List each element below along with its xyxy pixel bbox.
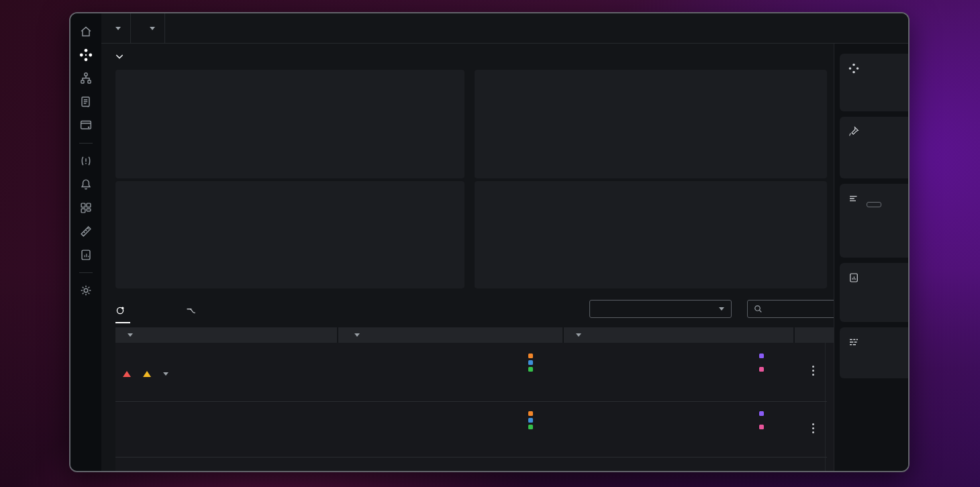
caret-down-icon <box>128 333 133 337</box>
explore-icon <box>848 62 860 74</box>
left-nav <box>70 13 101 471</box>
column-header-requests-errors[interactable] <box>564 327 793 343</box>
latency-values <box>468 411 555 429</box>
main-area <box>101 13 908 471</box>
table-row-partial[interactable] <box>115 457 827 472</box>
card-database-query-performance[interactable] <box>840 263 910 322</box>
request-values <box>666 354 805 372</box>
major-alert-icon <box>143 371 151 377</box>
apm-nav-icon[interactable] <box>79 48 93 62</box>
notifications-bell-icon[interactable] <box>79 177 93 192</box>
alwayson-profiling-icon <box>848 336 860 348</box>
card-tag-spotlight[interactable] <box>840 117 910 178</box>
table-row-order-processor[interactable] <box>115 402 827 457</box>
home-icon[interactable] <box>79 24 93 39</box>
column-header-name[interactable] <box>115 327 337 343</box>
caret-down-icon <box>576 333 581 337</box>
workflow-icon <box>186 307 196 315</box>
column-header-latency[interactable] <box>338 327 562 343</box>
app-window <box>69 12 910 472</box>
dashboards-icon[interactable] <box>79 201 93 215</box>
p90-swatch <box>528 418 533 423</box>
topology-icon[interactable] <box>79 71 93 86</box>
storage-icon[interactable] <box>79 248 93 262</box>
alert-badges[interactable] <box>123 371 168 377</box>
environment-filter-dropdown[interactable] <box>131 13 165 43</box>
tab-business-workflows[interactable] <box>186 302 201 319</box>
right-sidebar <box>834 43 908 471</box>
alerts-icon[interactable] <box>79 154 93 168</box>
caret-down-icon <box>163 372 168 376</box>
top-bar <box>101 13 908 44</box>
flashlight-icon <box>848 125 860 138</box>
content-area <box>101 13 908 471</box>
time-range-dropdown[interactable] <box>101 13 131 43</box>
card-alwayson-profiling[interactable] <box>840 327 910 378</box>
table-row-adservice[interactable] <box>115 343 827 400</box>
table-toolbar <box>115 299 858 322</box>
traces-icon <box>848 193 860 205</box>
p99-swatch <box>528 411 533 416</box>
tab-services[interactable] <box>115 302 130 323</box>
apm-overview-header[interactable] <box>115 54 129 60</box>
requests-swatch <box>759 354 764 358</box>
caret-down-icon <box>354 333 360 337</box>
panel-top-workflows-error-rate <box>475 70 827 178</box>
chevron-down-icon <box>719 307 724 311</box>
errors-swatch <box>759 425 764 429</box>
nav-divider <box>79 143 93 144</box>
latency-values <box>468 354 555 372</box>
critical-alert-icon <box>123 371 131 377</box>
log-observer-icon[interactable] <box>79 95 93 109</box>
rum-icon[interactable] <box>79 118 93 133</box>
p50-swatch <box>528 425 533 429</box>
errors-swatch <box>759 367 764 372</box>
synthetics-ruler-icon[interactable] <box>79 224 93 239</box>
sort-dropdown[interactable] <box>589 300 732 318</box>
chevron-down-icon <box>150 27 155 30</box>
row-menu-kebab-icon[interactable] <box>807 366 819 376</box>
panel-top-services-latency <box>115 181 464 288</box>
view-traces-button[interactable] <box>867 202 881 207</box>
request-values <box>666 411 805 429</box>
settings-gear-icon[interactable] <box>79 283 93 298</box>
nav-divider <box>79 272 93 273</box>
row-menu-kebab-icon[interactable] <box>807 423 819 433</box>
table-header <box>115 327 858 343</box>
p99-swatch <box>528 354 533 358</box>
card-explore[interactable] <box>840 54 910 111</box>
search-icon <box>754 305 763 313</box>
p90-swatch <box>528 360 533 365</box>
panel-top-services-error-rate <box>115 70 464 178</box>
chevron-down-icon <box>115 27 121 30</box>
panel-top-workflows-duration <box>475 181 827 288</box>
p50-swatch <box>528 367 533 372</box>
card-traces[interactable] <box>840 184 910 258</box>
database-icon <box>848 272 860 284</box>
requests-swatch <box>759 411 764 416</box>
table-body <box>115 343 858 472</box>
services-icon <box>115 306 125 315</box>
chevron-expand-icon <box>115 54 124 60</box>
